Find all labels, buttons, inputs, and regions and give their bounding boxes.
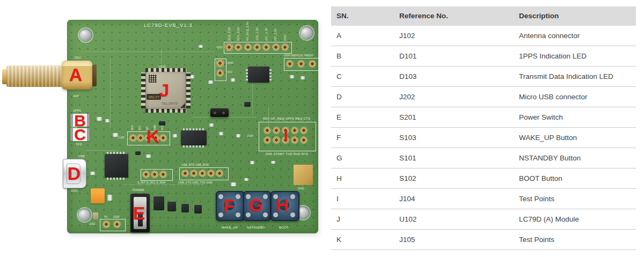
j204-bottom-silkscreen: USB_CTS USB_TXD GND: [178, 181, 213, 184]
j103-vcc-silkscreen: VCC: [227, 70, 233, 74]
cell-sn: D: [331, 93, 394, 101]
smd-component: [236, 134, 240, 137]
soic-ic: [181, 130, 207, 145]
smd-component: [209, 123, 214, 127]
solder-pad: [273, 127, 280, 134]
j203-pin-label: AP_REQ_3.3V: [246, 20, 249, 41]
marker-c: C: [74, 126, 86, 144]
cell-desc: Test Points: [514, 195, 636, 203]
marker-g: G: [249, 195, 263, 216]
cell-ref: D103: [394, 73, 514, 80]
solder-pad: [254, 44, 260, 50]
cell-ref: D101: [394, 53, 514, 60]
marker-h: H: [276, 195, 289, 216]
table-row: H S102 BOOT Button: [331, 168, 636, 189]
j203-pin-label: GND: [283, 28, 287, 41]
cell-desc: NSTANDBY Button: [514, 155, 636, 162]
smd-component: [113, 133, 118, 137]
ant-silkscreen: ANT: [73, 94, 79, 98]
marker-e: E: [133, 203, 145, 224]
cell-sn: F: [331, 134, 394, 142]
module-pads: [186, 72, 191, 108]
cell-sn: J: [331, 216, 394, 223]
solder-pad: [273, 137, 280, 143]
boot-silkscreen: BOOT: [272, 226, 296, 229]
board-title-silkscreen: LC79D-EVB_V1.3: [144, 23, 193, 28]
cell-sn: A: [331, 32, 394, 40]
wake-up-silkscreen: WAKE_UP: [217, 226, 243, 229]
module-datamatrix: [149, 75, 157, 83]
solder-pad: [287, 61, 293, 67]
cell-desc: BOOT Button: [514, 175, 636, 182]
sma-connector-pin: [92, 65, 97, 86]
usb-bridge-ic: [105, 154, 128, 178]
smd-component: [231, 182, 236, 186]
marker-i: I: [284, 127, 288, 145]
mounting-hole: [300, 26, 313, 40]
marker-a: A: [69, 64, 83, 85]
smd-component: [219, 132, 223, 135]
j105-pin-label: SDA: [131, 119, 134, 130]
smd-component: [173, 134, 177, 137]
j201-silkscreen: J201: [89, 222, 96, 225]
copper-trace: [80, 52, 215, 52]
cell-sn: E: [331, 114, 394, 121]
solder-pad: [264, 137, 270, 143]
solder-pad: [216, 170, 223, 177]
jumper-cap: [210, 108, 229, 117]
table-row: B D101 1PPS Indication LED: [331, 46, 636, 67]
table-row: F S103 WAKE_UP Button: [331, 128, 636, 148]
j203-pin-label: REQ_3.3V: [228, 23, 231, 41]
j105-pin-label: SCL: [138, 119, 141, 130]
j105-pin-label: VCC: [161, 119, 164, 130]
smd-component: [244, 102, 251, 107]
j104-bottom-silkscreen: GND STDBY TXD RXD RTS: [258, 152, 316, 156]
solder-pad: [191, 170, 197, 177]
mounting-hole: [79, 28, 92, 42]
cell-ref: S103: [394, 134, 514, 142]
header-reference: Reference No.: [394, 12, 514, 20]
manual-figure: LC79D-EVB_V1.3 J102 ANT 1PPS D101 TXD US…: [0, 0, 644, 257]
cell-ref: J105: [394, 236, 514, 244]
solder-pad: [160, 135, 166, 141]
module-pads: [141, 72, 145, 108]
solder-pad: [282, 44, 288, 50]
j204-top-silkscreen: USB_RTS USB_RXD: [181, 163, 209, 166]
marker-j: J: [159, 80, 170, 101]
solder-pad: [298, 61, 304, 67]
solder-pad: [245, 44, 251, 50]
solder-pad: [273, 44, 279, 50]
cell-desc: 1PPS Indication LED: [514, 53, 636, 60]
j104-top-silkscreen: RDY AP_REQ 1PPS REQ CTS: [258, 117, 316, 120]
module-pin1-mark: [180, 103, 185, 108]
table-row: J U102 LC79D (A) Module: [331, 209, 636, 230]
cell-sn: G: [331, 155, 394, 162]
sma-antenna-connector: [6, 65, 64, 87]
smd-component: [190, 75, 194, 78]
gnd-pad-silkscreen: GND: [298, 187, 304, 190]
table-header-row: SN. Reference No. Description: [331, 6, 636, 26]
smd-component: [250, 161, 254, 164]
solder-pad: [151, 171, 158, 178]
cell-desc: Power Switch: [514, 114, 636, 121]
cell-sn: K: [331, 236, 394, 244]
pcb-photo-panel: LC79D-EVB_V1.3 J102 ANT 1PPS D101 TXD US…: [0, 0, 330, 257]
smd-component: [301, 76, 305, 79]
cell-sn: C: [331, 73, 394, 80]
smd-component: [153, 196, 164, 210]
module-brand-label: QUECTEL: [161, 102, 178, 105]
module-pads: [145, 108, 186, 113]
table-row: K J105 Test Points: [331, 230, 636, 250]
smd-component: [105, 119, 109, 122]
j201-gnd-silkscreen: GND: [113, 215, 120, 218]
table-row: D J202 Micro USB connector: [331, 87, 636, 107]
j201-5v-silkscreen: 5V: [104, 215, 108, 218]
copper-trace: [123, 185, 204, 185]
solder-pad: [217, 60, 223, 67]
table-row: A J102 Antenna connector: [331, 26, 636, 46]
smd-component: [199, 45, 203, 48]
cell-ref: S201: [394, 114, 514, 121]
solder-pad: [301, 137, 307, 143]
solder-pad: [309, 61, 316, 67]
cell-ref: S101: [394, 155, 514, 162]
